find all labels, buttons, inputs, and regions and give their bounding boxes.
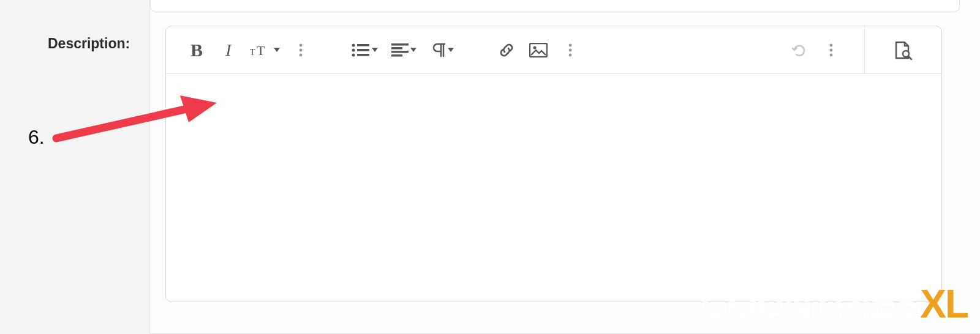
chevron-down-icon [372, 48, 378, 52]
ellipsis-vertical-icon [568, 43, 572, 58]
paragraph-format-button[interactable] [426, 37, 460, 64]
svg-rect-6 [357, 44, 369, 46]
italic-button[interactable]: I [215, 37, 242, 64]
chevron-down-icon [274, 48, 280, 52]
watermark-text-2: XL [920, 281, 968, 327]
link-icon [498, 42, 515, 59]
chevron-down-icon [448, 48, 454, 52]
bold-button[interactable]: B [183, 37, 210, 64]
preview-button[interactable] [864, 26, 941, 74]
svg-rect-13 [391, 51, 409, 53]
svg-point-9 [352, 53, 355, 56]
step-number: 6. [28, 126, 45, 149]
font-size-icon: T T [250, 43, 272, 58]
insert-image-button[interactable] [525, 37, 552, 64]
unordered-list-button[interactable] [347, 37, 382, 64]
page-search-icon [893, 40, 914, 60]
svg-text:T: T [250, 48, 255, 57]
previous-field-edge [150, 0, 960, 12]
description-label: Description: [48, 35, 130, 52]
svg-point-17 [569, 43, 572, 46]
svg-rect-12 [391, 47, 402, 50]
chevron-down-icon [410, 48, 417, 52]
svg-point-7 [352, 48, 355, 51]
svg-point-2 [300, 43, 303, 46]
svg-point-16 [533, 46, 537, 49]
editor-content-area[interactable] [166, 74, 941, 302]
svg-point-5 [352, 43, 355, 46]
more-insert-button[interactable] [557, 37, 584, 64]
svg-rect-11 [391, 43, 409, 46]
svg-point-20 [830, 43, 833, 46]
svg-point-22 [830, 53, 833, 56]
svg-rect-8 [357, 49, 369, 51]
ellipsis-vertical-icon [299, 43, 303, 58]
image-icon [529, 43, 548, 58]
list-ul-icon [352, 43, 370, 57]
svg-rect-14 [391, 54, 402, 57]
font-size-button[interactable]: T T [247, 37, 282, 64]
svg-rect-10 [357, 54, 369, 56]
ellipsis-vertical-icon [829, 43, 833, 58]
editor-toolbar: B I T T [166, 26, 941, 74]
undo-button[interactable] [786, 37, 813, 64]
insert-link-button[interactable] [493, 37, 520, 64]
svg-point-18 [569, 48, 572, 51]
svg-point-4 [300, 53, 303, 56]
undo-icon [791, 42, 808, 59]
svg-point-21 [830, 48, 833, 51]
rich-text-editor: B I T T [165, 26, 942, 302]
svg-rect-15 [530, 43, 547, 57]
svg-point-3 [300, 48, 303, 51]
more-formatting-button[interactable] [287, 37, 314, 64]
align-button[interactable] [386, 37, 421, 64]
align-left-icon [391, 43, 409, 57]
watermark: COUNTRIES XL [700, 281, 968, 327]
svg-text:T: T [257, 43, 265, 58]
svg-line-24 [908, 56, 911, 59]
watermark-text-1: COUNTRIES [700, 281, 920, 327]
svg-point-19 [569, 53, 572, 56]
pilcrow-icon [432, 43, 446, 58]
more-misc-button[interactable] [818, 37, 845, 64]
